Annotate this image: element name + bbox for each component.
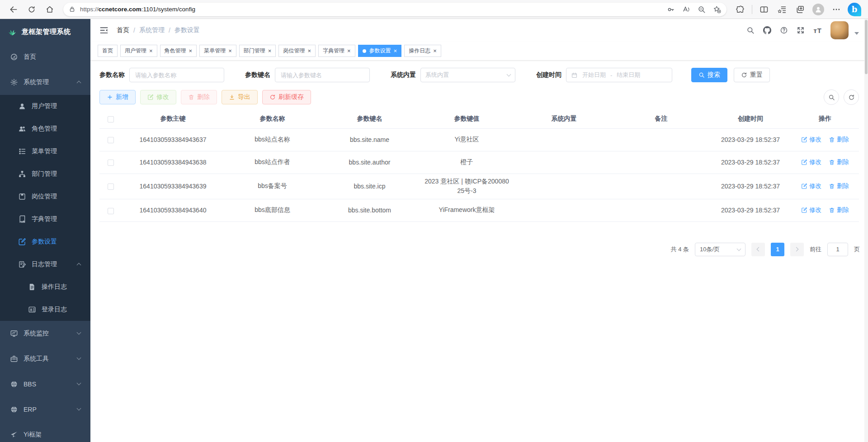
sidebar-item-role-management[interactable]: 角色管理 — [0, 118, 90, 140]
sidebar-collapse-icon[interactable] — [99, 26, 108, 35]
date-range-picker[interactable]: 开始日期 - 结束日期 — [566, 68, 672, 82]
header-search-icon[interactable] — [746, 26, 755, 34]
split-screen-icon[interactable] — [756, 2, 772, 17]
sidebar-item-system-tools[interactable]: 系统工具 — [0, 346, 90, 371]
github-icon[interactable] — [763, 26, 771, 34]
sidebar-item-log-management[interactable]: 日志管理 — [0, 253, 90, 276]
show-search-toggle-button[interactable] — [824, 89, 839, 105]
extensions-icon[interactable] — [732, 2, 748, 17]
sidebar-item-menu-management[interactable]: 菜单管理 — [0, 140, 90, 163]
tab-home[interactable]: 首页 — [98, 45, 118, 57]
row-checkbox[interactable] — [108, 208, 114, 214]
row-checkbox[interactable] — [108, 137, 114, 143]
browser-home-button[interactable] — [42, 2, 57, 17]
font-size-icon[interactable]: тT — [813, 27, 822, 34]
row-checkbox[interactable] — [108, 160, 114, 166]
help-icon[interactable] — [780, 26, 788, 34]
export-button[interactable]: 导出 — [222, 90, 258, 104]
row-delete-link[interactable]: 删除 — [829, 182, 849, 190]
close-icon[interactable]: × — [189, 48, 193, 54]
sidebar-item-department-management[interactable]: 部门管理 — [0, 163, 90, 185]
tab-dict-management[interactable]: 字典管理× — [318, 45, 355, 57]
next-page-button[interactable] — [790, 243, 804, 256]
sidebar-item-dict-management[interactable]: 字典管理 — [0, 208, 90, 230]
password-key-icon[interactable] — [667, 5, 675, 14]
refresh-cache-button[interactable]: 刷新缓存 — [262, 90, 311, 104]
sidebar-item-system-monitor[interactable]: 系统监控 — [0, 321, 90, 346]
sidebar-item-parameter-settings[interactable]: 参数设置 — [0, 230, 90, 253]
close-icon[interactable]: × — [347, 48, 351, 54]
sidebar-item-login-log[interactable]: 登录日志 — [0, 298, 90, 321]
sidebar-item-bbs[interactable]: BBS — [0, 371, 90, 397]
browser-profile-avatar[interactable] — [811, 2, 826, 17]
read-aloud-icon[interactable] — [682, 5, 690, 14]
collections-icon[interactable] — [793, 2, 808, 17]
create-time-label: 创建时间 — [536, 71, 561, 79]
close-icon[interactable]: × — [149, 48, 153, 54]
url-text[interactable]: https://ccnetcore.com:1101/system/config — [80, 6, 660, 13]
reset-button[interactable]: 重置 — [734, 68, 770, 82]
edit-icon — [801, 183, 807, 189]
add-favorite-icon[interactable] — [713, 5, 721, 14]
tab-user-management[interactable]: 用户管理× — [120, 45, 157, 57]
goto-page-input[interactable] — [827, 243, 848, 256]
tab-menu-management[interactable]: 菜单管理× — [199, 45, 236, 57]
sidebar-item-yi-framework[interactable]: Yi框架 — [0, 422, 90, 442]
close-icon[interactable]: × — [394, 48, 397, 54]
row-checkbox[interactable] — [108, 183, 114, 190]
row-delete-link[interactable]: 删除 — [829, 136, 849, 144]
page-size-select[interactable]: 10条/页 — [695, 243, 745, 256]
bing-chat-icon[interactable] — [847, 2, 862, 17]
end-date-input[interactable]: 结束日期 — [617, 71, 640, 79]
row-edit-link[interactable]: 修改 — [801, 136, 821, 144]
select-all-checkbox[interactable] — [108, 116, 114, 122]
plus-icon — [107, 94, 113, 100]
delete-button: 删除 — [181, 90, 217, 104]
user-avatar[interactable] — [830, 21, 849, 39]
tab-operation-log[interactable]: 操作日志× — [404, 45, 441, 57]
refresh-table-button[interactable] — [844, 89, 859, 105]
fullscreen-icon[interactable] — [797, 26, 805, 34]
edit-icon — [801, 136, 807, 143]
sidebar-item-system-management[interactable]: 系统管理 — [0, 70, 90, 95]
close-icon[interactable]: × — [228, 48, 232, 54]
site-security-icon[interactable] — [69, 6, 75, 13]
row-edit-link[interactable]: 修改 — [801, 206, 821, 214]
sidebar-item-user-management[interactable]: 用户管理 — [0, 95, 90, 118]
sidebar-item-post-management[interactable]: 岗位管理 — [0, 185, 90, 208]
sidebar-item-home[interactable]: 首页 — [0, 44, 90, 70]
table-header-row: 参数主键 参数名称 参数键名 参数键值 系统内置 备注 创建时间 操作 — [99, 109, 859, 128]
row-delete-link[interactable]: 删除 — [829, 158, 849, 166]
page-scrollbar[interactable] — [864, 19, 868, 442]
browser-back-button[interactable] — [6, 2, 21, 17]
tab-post-management[interactable]: 岗位管理× — [278, 45, 316, 57]
close-icon[interactable]: × — [433, 48, 437, 54]
row-edit-link[interactable]: 修改 — [801, 158, 821, 166]
builtin-select[interactable]: 系统内置 — [420, 68, 515, 82]
current-page-button[interactable]: 1 — [771, 243, 784, 256]
tab-role-management[interactable]: 角色管理× — [160, 45, 197, 57]
add-button[interactable]: 新增 — [99, 90, 136, 104]
browser-settings-icon[interactable] — [829, 2, 844, 17]
start-date-input[interactable]: 开始日期 — [582, 71, 606, 79]
search-button[interactable]: 搜索 — [691, 68, 727, 82]
breadcrumb-home[interactable]: 首页 — [117, 26, 129, 34]
favorites-icon[interactable] — [774, 2, 790, 17]
tab-parameter-settings[interactable]: 参数设置× — [358, 45, 402, 57]
row-delete-link[interactable]: 删除 — [829, 206, 849, 214]
close-icon[interactable]: × — [307, 48, 311, 54]
avatar-dropdown-caret[interactable] — [854, 32, 859, 35]
sidebar-item-operation-log[interactable]: 操作日志 — [0, 276, 90, 298]
browser-refresh-button[interactable] — [24, 2, 39, 17]
address-bar[interactable]: https://ccnetcore.com:1101/system/config — [63, 3, 726, 16]
prev-page-button[interactable] — [751, 243, 765, 256]
tab-department-management[interactable]: 部门管理× — [239, 45, 276, 57]
dashboard-icon — [10, 53, 18, 61]
close-icon[interactable]: × — [268, 48, 272, 54]
sidebar-item-erp[interactable]: ERP — [0, 397, 90, 422]
row-edit-link[interactable]: 修改 — [801, 182, 821, 190]
col-param-name: 参数名称 — [224, 109, 321, 128]
param-name-input[interactable] — [129, 68, 224, 82]
param-key-input[interactable] — [275, 68, 370, 82]
zoom-out-icon[interactable] — [698, 5, 706, 14]
